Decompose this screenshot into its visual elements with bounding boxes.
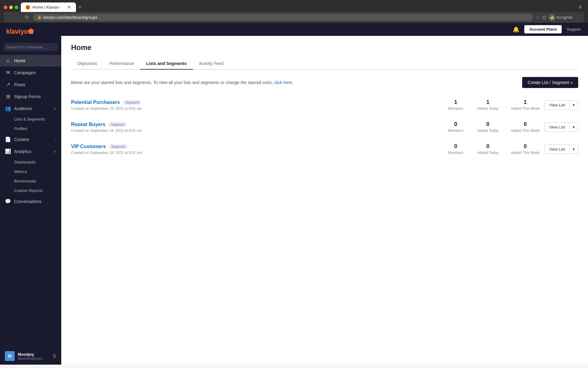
top-bar: 🔔 Account Plans Support	[61, 23, 588, 36]
extension-icon[interactable]: ⊡	[542, 14, 546, 20]
bookmark-icon[interactable]: ☆	[535, 14, 540, 20]
segment-dropdown-button-vip-customers[interactable]: ▾	[570, 144, 578, 154]
sidebar-item-label-home: Home	[14, 58, 25, 63]
tab-objectives[interactable]: Objectives	[71, 58, 103, 70]
sidebar-item-lists-segments[interactable]: Lists & Segments	[0, 114, 61, 124]
sidebar-item-label-signup-forms: Signup Forms	[14, 94, 41, 99]
segment-actions-potential-purchasers: View List ▾	[545, 100, 578, 110]
stat-added-week-label: Added This Week	[511, 106, 540, 111]
sidebar-item-custom-reports[interactable]: Custom Reports	[0, 186, 61, 195]
browser-tab[interactable]: Home | Klaviyo ✕	[21, 2, 76, 12]
segment-info-repeat-buyers: Repeat Buyers Segment Created on Septemb…	[71, 122, 442, 133]
sidebar-item-label-content: Content	[14, 137, 29, 142]
traffic-light-yellow[interactable]	[9, 6, 13, 9]
segment-name-potential-purchasers[interactable]: Potential Purchasers	[71, 100, 120, 105]
sidebar-item-benchmarks[interactable]: Benchmarks	[0, 176, 61, 186]
audience-expand-icon: ∨	[54, 106, 56, 111]
segment-stats-repeat-buyers: 0 Members 0 Added Today 0 Added This Wee…	[447, 121, 540, 133]
segment-stats-vip-customers: 0 Members 0 Added Today 0 Added This Wee…	[447, 143, 540, 155]
info-text-content: Below are your starred lists and segment…	[71, 80, 273, 85]
analytics-icon: 📊	[5, 148, 11, 154]
user-expand-button[interactable]: ⇅	[52, 353, 56, 359]
create-list-segment-button[interactable]: Create List / Segment »	[522, 77, 578, 88]
home-icon: ⌂	[5, 58, 11, 63]
audience-icon: 👥	[5, 105, 11, 111]
conversations-icon: 💬	[5, 198, 11, 204]
tab-lists-segments[interactable]: Lists and Segments	[140, 58, 193, 70]
browser-menu-button[interactable]: ≡	[576, 4, 584, 10]
stat-members-label: Members	[448, 106, 463, 111]
stat-members-value-vip-customers: 0	[447, 143, 465, 150]
incognito-badge: 🕵 Incognito	[548, 14, 573, 21]
analytics-expand-icon: ∨	[54, 149, 56, 154]
sidebar-sub-label-profiles: Profiles	[14, 126, 27, 131]
sidebar-item-content[interactable]: 📄 Content ›	[0, 133, 61, 145]
view-list-button-vip-customers[interactable]: View List	[545, 144, 570, 154]
stat-added-today-label: Added Today	[477, 106, 499, 111]
incognito-icon: 🕵	[548, 14, 555, 21]
tab-title: Home | Klaviyo	[32, 5, 59, 10]
sidebar-search-container	[0, 40, 61, 54]
browser-more-icon[interactable]: ⋮	[575, 14, 581, 21]
segment-badge-potential-purchasers: Segment	[123, 100, 141, 105]
notification-bell-icon[interactable]: 🔔	[513, 26, 519, 33]
view-list-button-repeat-buyers[interactable]: View List	[545, 122, 570, 132]
tab-activity-feed[interactable]: Activity Feed	[193, 58, 230, 70]
traffic-light-green[interactable]	[15, 6, 18, 9]
sidebar-sub-label-lists-segments: Lists & Segments	[14, 117, 45, 121]
sidebar-item-campaigns[interactable]: ✉ Campaigns	[0, 67, 61, 79]
segment-dropdown-button-potential-purchasers[interactable]: ▾	[570, 100, 578, 110]
logo-text: klaviyo	[6, 28, 28, 35]
page-title: Home	[71, 43, 578, 52]
sidebar-item-profiles[interactable]: Profiles	[0, 124, 61, 133]
sidebar-item-conversations[interactable]: 💬 Conversations	[0, 195, 61, 207]
new-tab-button[interactable]: +	[76, 3, 84, 12]
stat-members-label: Members	[448, 128, 463, 133]
segment-dropdown-button-repeat-buyers[interactable]: ▾	[570, 122, 578, 132]
segment-actions-vip-customers: View List ▾	[545, 144, 578, 154]
stat-added-today-value-repeat-buyers: 0	[477, 121, 499, 128]
forward-button[interactable]: ›	[15, 14, 20, 21]
sidebar-footer: M Moodjoy 9ba4e9ef@moo... ⇅	[0, 347, 61, 365]
view-list-button-potential-purchasers[interactable]: View List	[545, 100, 570, 110]
sidebar-item-dashboards[interactable]: Dashboards	[0, 157, 61, 167]
user-name: Moodjoy	[18, 352, 49, 357]
user-info: Moodjoy 9ba4e9ef@moo...	[18, 352, 49, 360]
main-content: 🔔 Account Plans Support Home Objectives …	[61, 23, 588, 365]
stat-added-today-vip-customers: 0 Added Today	[477, 143, 499, 155]
tab-performance[interactable]: Performance	[103, 58, 140, 70]
info-bar: Below are your starred lists and segment…	[71, 77, 578, 88]
back-button[interactable]: ‹	[7, 14, 13, 21]
reload-button[interactable]: ↻	[23, 14, 31, 21]
address-bar[interactable]: 🔒 klaviyo.com/dashboard/groups	[33, 14, 533, 21]
segment-name-vip-customers[interactable]: VIP Customers	[71, 144, 106, 149]
sidebar-item-home[interactable]: ⌂ Home	[0, 55, 61, 67]
sidebar-item-audience[interactable]: 👥 Audience ∨	[0, 102, 61, 114]
segment-badge-vip-customers: Segment	[109, 144, 127, 149]
sidebar-item-signup-forms[interactable]: ⊞ Signup Forms	[0, 90, 61, 102]
tab-close-button[interactable]: ✕	[67, 4, 71, 10]
segment-date-potential-purchasers: Created on September 19, 2022 at 9:51 am	[71, 106, 442, 111]
sidebar-item-analytics[interactable]: 📊 Analytics ∨	[0, 145, 61, 157]
page-tabs: Objectives Performance Lists and Segment…	[71, 58, 578, 70]
sidebar-item-label-campaigns: Campaigns	[14, 70, 36, 75]
sidebar-item-flows[interactable]: ↗ Flows	[0, 79, 61, 90]
stat-added-today-value-potential-purchasers: 1	[477, 99, 499, 105]
stat-members-value-potential-purchasers: 1	[447, 99, 465, 105]
sidebar-sub-label-benchmarks: Benchmarks	[14, 179, 36, 183]
segment-name-repeat-buyers[interactable]: Repeat Buyers	[71, 122, 105, 127]
campaigns-icon: ✉	[5, 70, 11, 75]
click-here-link[interactable]: click here.	[274, 80, 293, 85]
segment-info-vip-customers: VIP Customers Segment Created on Septemb…	[71, 144, 442, 155]
sidebar-sub-label-custom-reports: Custom Reports	[14, 188, 43, 193]
sidebar-item-metrics[interactable]: Metrics	[0, 167, 61, 176]
support-button[interactable]: Support	[567, 27, 581, 32]
segments-list: Potential Purchasers Segment Created on …	[71, 94, 578, 160]
stat-added-week-value-potential-purchasers: 1	[511, 99, 540, 105]
traffic-light-red[interactable]	[4, 6, 7, 9]
account-plans-button[interactable]: Account Plans	[524, 25, 562, 33]
stat-members-repeat-buyers: 0 Members	[447, 121, 465, 133]
content-expand-icon: ›	[55, 137, 56, 142]
search-input[interactable]	[4, 43, 58, 51]
info-text: Below are your starred lists and segment…	[71, 80, 293, 85]
